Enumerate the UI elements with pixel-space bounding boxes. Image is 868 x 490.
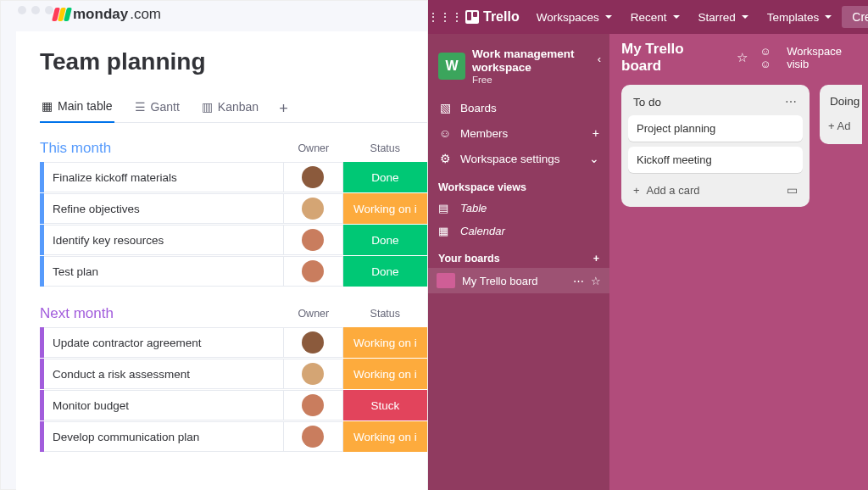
owner-cell[interactable] — [284, 359, 343, 389]
table-row[interactable]: Test planDone — [40, 256, 427, 287]
card[interactable]: Project planning — [628, 115, 803, 142]
trello-logo[interactable]: Trello — [459, 9, 526, 25]
monday-logo-suffix: .com — [130, 6, 161, 23]
task-name[interactable]: Refine objectives — [44, 193, 284, 224]
avatar — [302, 166, 324, 188]
table-row[interactable]: Finalize kickoff materialsDone — [40, 162, 427, 192]
workspace-view-calendar[interactable]: ▦Calendar — [428, 220, 609, 242]
board-title[interactable]: Team planning — [40, 48, 427, 75]
task-name[interactable]: Identify key resources — [44, 225, 284, 255]
table-row[interactable]: Monitor budgetStuck — [40, 390, 427, 420]
top-menu-recent[interactable]: Recent — [622, 8, 688, 27]
workspace-view-label: Table — [460, 202, 487, 214]
owner-cell[interactable] — [284, 390, 343, 420]
task-name[interactable]: Monitor budget — [44, 390, 284, 420]
status-cell[interactable]: Done — [343, 162, 427, 192]
column-header-owner[interactable]: Owner — [284, 142, 343, 154]
column-header-status[interactable]: Status — [343, 142, 427, 154]
chevron-down-icon[interactable]: ⌄ — [589, 152, 599, 165]
list-todo[interactable]: To do⋯ Project planning Kickoff meeting … — [621, 85, 810, 207]
sidebar-item-settings[interactable]: ⚙Workspace settings⌄ — [428, 146, 609, 171]
view-tab-kanban[interactable]: ▥Kanban — [200, 97, 260, 122]
sidebar-item-members[interactable]: ☺Members+ — [428, 120, 609, 146]
board-menu-icon[interactable]: ⋯ — [573, 275, 584, 287]
avatar — [302, 331, 324, 354]
group-name[interactable]: Next month — [40, 305, 284, 322]
table-row[interactable]: Conduct a risk assessmentWorking on i — [40, 359, 427, 389]
top-menu-starred[interactable]: Starred — [690, 8, 757, 27]
group-name[interactable]: This month — [40, 140, 284, 157]
owner-cell[interactable] — [284, 162, 343, 192]
task-name[interactable]: Conduct a risk assessment — [44, 359, 284, 389]
avatar — [302, 198, 324, 220]
sidebar-board-item[interactable]: My Trello board⋯☆ — [428, 268, 609, 293]
top-menu-templates[interactable]: Templates — [759, 8, 841, 27]
card-template-icon[interactable]: ▭ — [787, 183, 798, 197]
owner-cell[interactable] — [284, 421, 343, 452]
add-card-label: Add a card — [647, 184, 700, 197]
add-card-button[interactable]: +Add a card▭ — [628, 178, 803, 198]
board-header: My Trello board ☆ ☺⁣☺Workspace visib — [621, 42, 868, 73]
column-header-status[interactable]: Status — [343, 308, 427, 320]
status-cell[interactable]: Working on i — [343, 421, 427, 452]
workspace-header[interactable]: W Work management workspace Free ‹ — [428, 41, 609, 95]
trello-logo-icon — [465, 10, 479, 24]
star-icon[interactable]: ☆ — [591, 275, 601, 287]
workspace-view-table[interactable]: ▤Table — [428, 197, 609, 220]
monday-app-window: monday.com Team planning ▦Main table ☰Ga… — [0, 0, 428, 490]
owner-cell[interactable] — [284, 193, 343, 224]
view-tab-gantt[interactable]: ☰Gantt — [133, 97, 181, 122]
list-menu-icon[interactable]: ⋯ — [785, 95, 798, 109]
table-row[interactable]: Develop communication planWorking on i — [40, 421, 427, 452]
trello-logo-text: Trello — [483, 9, 520, 25]
sidebar-item-boards[interactable]: ▧Boards — [428, 95, 609, 120]
trello-sidebar: W Work management workspace Free ‹ ▧Boar… — [428, 34, 609, 490]
owner-cell[interactable] — [284, 225, 343, 255]
view-label: Gantt — [151, 100, 180, 114]
task-name[interactable]: Test plan — [44, 256, 284, 287]
sidebar-section-workspace-views: Workspace views — [428, 171, 609, 197]
status-cell[interactable]: Working on i — [343, 359, 427, 389]
owner-cell[interactable] — [284, 256, 343, 287]
column-header-owner[interactable]: Owner — [284, 308, 343, 320]
add-card-button[interactable]: + Ad — [826, 114, 855, 137]
kanban-icon: ▥ — [202, 100, 213, 114]
card[interactable]: Kickoff meeting — [628, 147, 803, 173]
board-color-swatch — [437, 273, 455, 288]
add-member-icon[interactable]: + — [593, 126, 599, 140]
list-doing[interactable]: Doing + Ad — [820, 85, 862, 144]
table-icon: ▦ — [42, 99, 53, 113]
table-row[interactable]: Update contractor agreementWorking on i — [40, 327, 427, 358]
table-row[interactable]: Identify key resourcesDone — [40, 225, 427, 255]
plus-icon: + — [633, 184, 640, 197]
add-view-button[interactable]: + — [279, 100, 288, 118]
status-cell[interactable]: Done — [343, 256, 427, 287]
add-board-icon[interactable]: + — [593, 253, 599, 264]
task-name[interactable]: Update contractor agreement — [44, 327, 284, 358]
list-title[interactable]: To do — [633, 96, 661, 109]
table-row[interactable]: Refine objectivesWorking on i — [40, 193, 427, 224]
status-cell[interactable]: Done — [343, 225, 427, 255]
list-title[interactable]: Doing — [830, 95, 860, 108]
create-button[interactable]: Create — [842, 6, 868, 28]
group-this-month: This month Owner Status Finalize kickoff… — [40, 140, 427, 287]
workspace-plan: Free — [472, 75, 601, 85]
status-cell[interactable]: Working on i — [343, 193, 427, 224]
sidebar-collapse-icon[interactable]: ‹ — [598, 53, 601, 65]
task-name[interactable]: Finalize kickoff materials — [44, 162, 284, 192]
sidebar-item-label: Members — [460, 127, 508, 140]
status-cell[interactable]: Working on i — [343, 327, 427, 358]
avatar — [302, 394, 324, 416]
status-cell[interactable]: Stuck — [343, 390, 427, 420]
gear-icon: ⚙ — [438, 152, 452, 165]
apps-switcher-icon[interactable]: ⋮⋮⋮ — [433, 5, 457, 29]
workspace-name: Work management workspace — [472, 47, 601, 75]
view-tab-main-table[interactable]: ▦Main table — [40, 96, 114, 123]
star-icon[interactable]: ☆ — [737, 50, 748, 65]
board-visibility-button[interactable]: ☺⁣☺Workspace visib — [760, 45, 868, 70]
top-menu-workspaces[interactable]: Workspaces — [528, 8, 620, 27]
task-name[interactable]: Develop communication plan — [44, 421, 284, 452]
board-title[interactable]: My Trello board — [621, 41, 725, 75]
owner-cell[interactable] — [284, 327, 343, 358]
boards-icon: ▧ — [438, 101, 452, 114]
